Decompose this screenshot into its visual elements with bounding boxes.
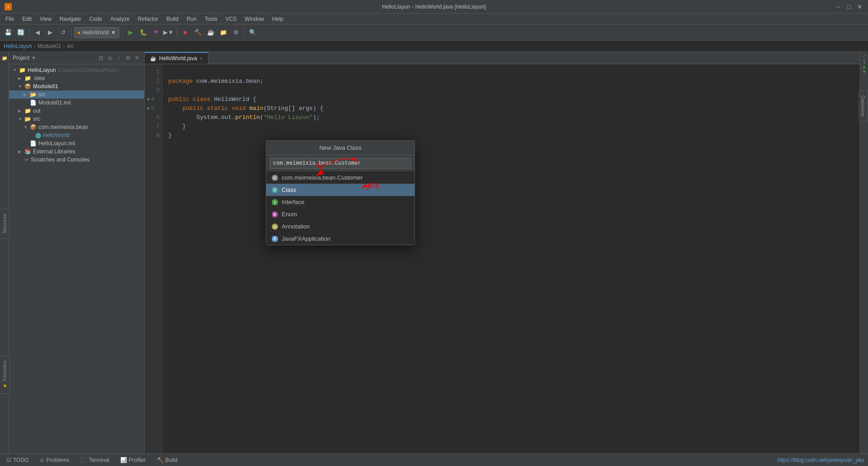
window-controls[interactable]: − □ ✕ xyxy=(835,3,863,10)
coverage-button[interactable]: ⚑ xyxy=(151,27,161,38)
tree-root[interactable]: ▼ 📁 HelloLiayun C:\Users\32120\IdeaProje… xyxy=(9,66,144,74)
terminal-label: Terminal xyxy=(89,457,109,463)
menu-tools[interactable]: Tools xyxy=(201,15,221,23)
debug-button[interactable]: 🐛 xyxy=(138,27,149,38)
restore-button[interactable]: □ xyxy=(845,3,853,10)
open-module-settings-button[interactable]: 📁 xyxy=(218,27,229,38)
tree-hellol-iml[interactable]: ▶ 📄 HelloLiayun.iml xyxy=(9,139,144,147)
project-icon[interactable]: 📁 xyxy=(1,54,8,62)
forward-button[interactable]: ▶ xyxy=(45,27,56,38)
menu-run[interactable]: Run xyxy=(183,15,200,23)
editor-area: ☕ HelloWorld.java × 1 2 3 ▶4 ▶5 6 7 8 xyxy=(145,52,860,453)
settings-project-button[interactable]: ⚙ xyxy=(124,54,132,62)
sort-button[interactable]: ↕ xyxy=(115,54,123,62)
tree-idea-name: .idea xyxy=(33,75,45,81)
menu-code[interactable]: Code xyxy=(85,15,106,23)
tree-idea-folder[interactable]: ▶ 📁 .idea xyxy=(9,74,144,82)
annotation-item-icon: @ xyxy=(272,223,278,230)
run-with-button[interactable]: ▶▼ xyxy=(163,27,174,38)
database-tab[interactable]: Database xyxy=(859,90,868,122)
build-button[interactable]: 🔨 xyxy=(193,27,203,38)
tree-helloworld[interactable]: ▶ ⬤ HelloWorld xyxy=(9,131,144,139)
tree-module01[interactable]: ▼ 📦 Module01 xyxy=(9,82,144,90)
problems-button[interactable]: ⚠ Problems xyxy=(37,456,72,464)
title-bar-left: I xyxy=(5,3,12,10)
menu-analyze[interactable]: Analyze xyxy=(107,15,133,23)
tree-out[interactable]: ▶ 📁 out xyxy=(9,107,144,115)
class-icon: ⬤ xyxy=(35,132,41,138)
sdk-manager-button[interactable]: ☕ xyxy=(205,27,216,38)
inspection-arrow-up[interactable]: ▲ xyxy=(862,64,867,69)
tree-ext-libs[interactable]: ▶ 📚 External Libraries xyxy=(9,147,144,156)
menu-edit[interactable]: Edit xyxy=(19,15,35,23)
dialog-item-javafx[interactable]: F JavaFXApplication xyxy=(266,233,415,245)
favorites-tab[interactable]: ★ Favorites xyxy=(0,356,10,394)
breadcrumb-src[interactable]: src xyxy=(66,43,74,49)
menu-refactor[interactable]: Refactor xyxy=(134,15,162,23)
dialog-item-suggestion[interactable]: C com.meimeixia.bean.Customer xyxy=(266,171,415,184)
pkg-icon: 📦 xyxy=(30,124,37,130)
save-all-button[interactable]: 💾 xyxy=(3,27,14,38)
project-dropdown-arrow[interactable]: ▼ xyxy=(31,55,36,61)
menu-help[interactable]: Help xyxy=(269,15,287,23)
minimize-button[interactable]: − xyxy=(835,3,842,10)
menu-view[interactable]: View xyxy=(36,15,55,23)
module01-src-icon: 📂 xyxy=(30,91,37,98)
src-icon: 📂 xyxy=(24,116,31,122)
scratches-icon: ✏ xyxy=(24,157,29,163)
menu-navigate[interactable]: Navigate xyxy=(56,15,85,23)
tab-close-button[interactable]: × xyxy=(200,56,203,61)
tab-helloworld-label: HelloWorld.java xyxy=(159,55,197,62)
dialog-item-interface[interactable]: I Interface xyxy=(266,196,415,208)
extlibs-icon: 📚 xyxy=(24,148,31,155)
inspection-arrow-down[interactable]: ▼ xyxy=(862,69,867,74)
problems-label: Problems xyxy=(46,457,69,463)
collapse-all-button[interactable]: ⊟ xyxy=(97,54,104,62)
stop-button[interactable]: ■ xyxy=(180,27,191,38)
menu-vcs[interactable]: VCS xyxy=(222,15,241,23)
breadcrumb-project[interactable]: HelloLiayun xyxy=(4,43,32,49)
line-num-5: ▶5 xyxy=(147,104,160,113)
tree-src[interactable]: ▼ 📂 src xyxy=(9,115,144,123)
tree-out-name: out xyxy=(33,108,41,114)
terminal-button[interactable]: ⬛ Terminal xyxy=(77,456,112,464)
code-line-7: } xyxy=(168,122,854,131)
window-title: HelloLiayun - HelloWorld.java [HelloLiay… xyxy=(382,4,486,10)
breadcrumb-module[interactable]: Module01 xyxy=(38,43,61,49)
menu-build[interactable]: Build xyxy=(163,15,182,23)
tree-scratches[interactable]: ▶ ✏ Scratches and Consoles xyxy=(9,156,144,164)
sync-button[interactable]: 🔄 xyxy=(15,27,26,38)
run-button[interactable]: ▶ xyxy=(125,27,136,38)
dialog-item-class[interactable]: C Class xyxy=(266,184,415,196)
undo-button[interactable]: ↺ xyxy=(57,27,68,38)
dialog-item-enum[interactable]: E Enum xyxy=(266,208,415,220)
close-project-button[interactable]: ✕ xyxy=(133,54,141,62)
build-bottom-button[interactable]: 🔨 Build xyxy=(154,456,180,464)
tree-extlibs-name: External Libraries xyxy=(33,148,75,155)
profiler-button[interactable]: 📊 Profiler xyxy=(118,456,149,464)
toolbar-sep-4 xyxy=(177,28,177,37)
menu-window[interactable]: Window xyxy=(241,15,268,23)
settings-button[interactable]: ⚙ xyxy=(231,27,241,38)
tree-arrow-out: ▶ xyxy=(18,109,23,113)
line-num-2: 2 xyxy=(147,77,160,86)
hlm-icon: 📄 xyxy=(30,140,37,147)
search-everywhere-button[interactable]: 🔍 xyxy=(247,27,258,38)
tab-helloworld[interactable]: ☕ HelloWorld.java × xyxy=(145,52,208,64)
line-numbers: 1 2 3 ▶4 ▶5 6 7 8 xyxy=(145,64,163,453)
structure-tab[interactable]: Structure xyxy=(0,209,9,239)
back-button[interactable]: ◀ xyxy=(32,27,43,38)
tree-module01-iml[interactable]: ▶ 📄 Module01.iml xyxy=(9,99,144,107)
new-class-name-input[interactable] xyxy=(270,158,411,169)
locate-in-tree-button[interactable]: ◎ xyxy=(106,54,113,62)
code-area[interactable]: package com.meimeixia.bean; public class… xyxy=(163,64,860,453)
module01-icon: 📦 xyxy=(24,83,31,90)
menu-file[interactable]: File xyxy=(2,15,18,23)
menu-bar: File Edit View Navigate Code Analyze Ref… xyxy=(0,14,868,24)
close-button[interactable]: ✕ xyxy=(856,3,863,10)
todo-button[interactable]: ☑ TODO xyxy=(4,456,31,464)
dialog-item-annotation[interactable]: @ Annotation xyxy=(266,220,415,233)
tree-package[interactable]: ▼ 📦 com.meimeixia.bean xyxy=(9,123,144,131)
project-dropdown[interactable]: ● HelloWorld ▼ xyxy=(74,27,119,38)
tree-module01-src[interactable]: ▶ 📂 src xyxy=(9,90,144,99)
